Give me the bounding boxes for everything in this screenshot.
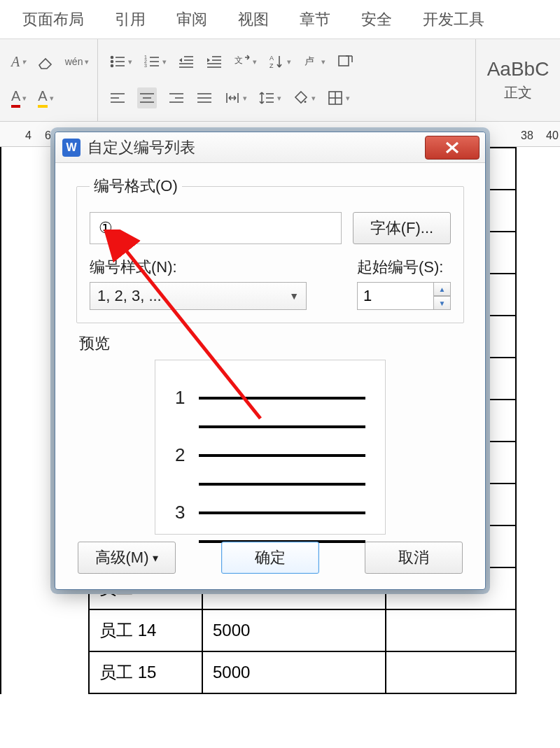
text-direction-button[interactable]: 文 [234,53,257,70]
align-center-button[interactable] [137,87,157,108]
font-color-button[interactable]: A [11,88,27,108]
svg-text:卢: 卢 [304,55,314,66]
close-icon [443,141,461,155]
svg-text:文: 文 [234,55,243,65]
preview-label: 预览 [79,333,464,354]
font-button[interactable]: 字体(F)... [353,212,451,244]
spin-up-button[interactable]: ▲ [434,282,451,296]
close-button[interactable] [425,136,479,160]
dialog-titlebar[interactable]: W 自定义编号列表 [55,132,485,163]
cell-name[interactable]: 员工 14 [89,609,202,651]
line-spacing-button[interactable] [258,90,281,106]
number-list-button[interactable]: 123 [144,53,167,70]
ruler-tick: 40 [546,129,559,142]
align-justify-button[interactable] [196,90,213,106]
svg-text:A: A [270,55,274,62]
ribbon-paragraph-group: 123 文 AZ 卢 [98,39,476,121]
align-left-button[interactable] [109,90,126,106]
menu-developer[interactable]: 开发工具 [407,0,500,39]
number-format-group: 编号格式(O) 字体(F)... 编号样式(N): 1, 2, 3, ... 起… [76,176,464,323]
distribute-horiz-button[interactable] [224,90,247,106]
menu-page-layout[interactable]: 页面布局 [7,0,99,39]
number-style-label: 编号样式(N): [90,257,307,278]
cell-name[interactable]: 员工 15 [89,651,202,693]
shading-button[interactable] [293,90,316,106]
advanced-button[interactable]: 高级(M) [78,542,176,574]
align-right-button[interactable] [168,90,185,106]
custom-number-list-dialog: W 自定义编号列表 编号格式(O) 字体(F)... 编号样式(N): 1, 2… [55,132,486,590]
svg-point-0 [111,57,113,59]
app-icon: W [62,139,80,157]
cancel-button[interactable]: 取消 [365,542,463,574]
eraser-icon[interactable] [37,53,54,70]
ribbon-font-group: A wén A A [0,39,98,121]
number-style-dropdown[interactable]: 1, 2, 3, ... [90,282,307,310]
cell-value[interactable]: 5000 [202,651,386,693]
ruler-tick: 4 [25,129,31,142]
ok-button[interactable]: 确定 [221,542,319,574]
preview-number: 2 [175,444,192,466]
decrease-indent-button[interactable] [178,53,195,70]
background-table-left [0,147,1,694]
new-window-button[interactable] [337,53,354,70]
menu-view[interactable]: 视图 [223,0,284,39]
cell-value[interactable]: 5000 [202,609,386,651]
highlight-color-button[interactable]: A [38,88,53,108]
menu-security[interactable]: 安全 [346,0,407,39]
menu-references[interactable]: 引用 [99,0,161,39]
svg-rect-24 [339,56,349,66]
preview-number: 1 [175,387,192,409]
phonetic-guide-button[interactable]: wén [65,56,90,67]
number-format-legend: 编号格式(O) [90,176,182,197]
borders-button[interactable] [327,90,350,106]
svg-point-4 [111,65,113,67]
style-preview-name: 正文 [504,83,532,102]
ruler-tick: 38 [521,129,533,142]
menu-section[interactable]: 章节 [284,0,346,39]
table-row[interactable]: 员工 14 5000 [89,609,516,651]
increase-indent-button[interactable] [206,53,223,70]
sort-button[interactable]: AZ [268,53,291,70]
dialog-title: 自定义编号列表 [88,137,195,158]
menu-review[interactable]: 审阅 [161,0,223,39]
svg-text:3: 3 [144,63,147,68]
lookup-button[interactable]: 卢 [302,53,326,70]
table-row[interactable]: 员工 15 5000 [89,651,516,693]
ribbon-toolbar: A wén A A 123 文 AZ 卢 [0,39,560,122]
number-style-value: 1, 2, 3, ... [97,287,162,305]
svg-text:Z: Z [270,62,274,69]
ribbon-styles-group[interactable]: AaBbC 正文 [476,39,560,121]
number-format-input[interactable] [90,212,342,244]
start-number-label: 起始编号(S): [357,257,451,278]
font-a-button[interactable]: A [11,54,26,70]
spin-down-button[interactable]: ▼ [434,296,451,310]
start-number-input[interactable] [357,282,434,310]
ruler-tick: 6 [45,129,51,142]
preview-number: 3 [175,502,192,523]
preview-box: 1 0 2 0 3 0 [155,360,386,535]
main-menubar: 页面布局 引用 审阅 视图 章节 安全 开发工具 [0,0,560,39]
style-preview-sample: AaBbC [487,58,550,80]
bullet-list-button[interactable] [109,53,132,70]
svg-point-2 [111,61,113,63]
